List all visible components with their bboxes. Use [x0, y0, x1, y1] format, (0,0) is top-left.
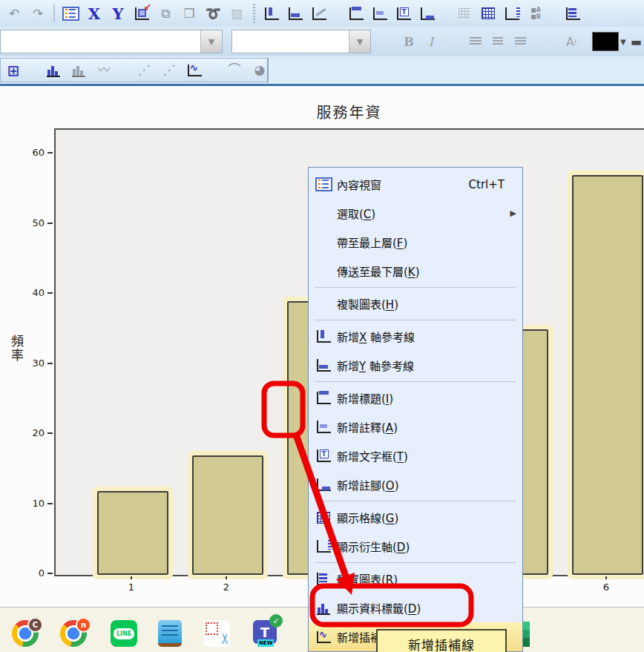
undo-icon: ↶	[9, 7, 19, 20]
chevron-down-icon[interactable]: ▼	[200, 30, 222, 53]
menu-item-label: 新增標題(I)	[337, 390, 518, 406]
menu-item-properties-window-icon[interactable]	[315, 176, 332, 194]
menu-item-show-data-labels[interactable]: 顯示資料標籤(D)	[309, 593, 522, 622]
pie-element-icon[interactable]: ◕	[250, 61, 269, 80]
chevron-down-icon[interactable]: ▼	[349, 30, 370, 53]
pan-zoom-icon[interactable]: ⊞	[4, 61, 23, 80]
errorbar-element-icon	[72, 64, 85, 77]
add-title-icon[interactable]	[346, 4, 366, 23]
menu-item-select[interactable]: 選取(C)▶	[309, 199, 522, 228]
add-ref-line-equation-icon	[312, 7, 326, 20]
align-right-button[interactable]	[509, 31, 531, 52]
menu-item-add-annotation[interactable]: 新增註釋(A)	[309, 412, 522, 441]
align-left-button[interactable]	[464, 31, 487, 52]
border-style-partial-icon[interactable]: ▬	[631, 35, 642, 49]
menu-item-label: 顯示資料標籤(D)	[337, 600, 518, 616]
add-annotation-icon[interactable]	[370, 4, 390, 23]
x-tick-label: 6	[591, 582, 621, 593]
menu-item-send-to-back[interactable]: 傳送至最下層(K)	[309, 257, 522, 286]
font-size-value	[232, 30, 349, 53]
errorbar-element-icon[interactable]	[69, 61, 88, 80]
font-family-combo[interactable]: ▼	[0, 30, 223, 53]
teams-status-check-icon: ✓	[269, 614, 283, 628]
taskbar-teams-app[interactable]: T✓NEW	[253, 620, 281, 648]
menu-item-show-derived-axis-icon[interactable]	[315, 538, 332, 556]
properties-window-icon[interactable]	[61, 4, 80, 23]
taskbar-line-app[interactable]: LINE	[111, 620, 139, 648]
menu-item-show-gridlines-icon	[315, 509, 337, 527]
menu-item-add-textbox-icon[interactable]	[315, 447, 332, 465]
font-size-combo[interactable]: ▼	[231, 30, 371, 53]
menu-item-add-y-ref-line-icon[interactable]	[315, 357, 332, 375]
insert-graph-image-icon[interactable]: ▨	[227, 4, 246, 23]
distribution-curve-icon[interactable]: ⌒	[225, 61, 244, 80]
fit-line-total-icon: ⋰	[163, 64, 176, 76]
menu-item-properties-window[interactable]: 內容視窗Ctrl+T	[309, 170, 522, 199]
derived-axis-icon[interactable]	[502, 4, 522, 23]
menu-item-add-annotation-icon[interactable]	[315, 418, 332, 436]
italic-button[interactable]: I	[420, 31, 442, 52]
menu-item-label: 新增Y 軸參考線	[337, 358, 518, 373]
grid-points-icon[interactable]	[455, 4, 474, 23]
menu-item-add-textbox[interactable]: 新增文字框(T)	[309, 441, 522, 470]
add-footnote-icon[interactable]	[418, 4, 437, 23]
menu-item-label: 帶至最上層(F)	[337, 234, 518, 250]
menu-item-add-x-ref-line-icon	[317, 330, 331, 343]
line-element-icon[interactable]: 〰	[94, 61, 114, 80]
chart-title[interactable]: 服務年資	[54, 101, 644, 122]
taskbar-chrome-profile-n[interactable]: n	[60, 620, 88, 648]
category-labels-icon[interactable]: ■A ■B	[526, 4, 545, 23]
menu-item-copy-chart[interactable]: 複製圖表(H)	[309, 289, 522, 318]
add-textbox-icon[interactable]	[394, 4, 413, 23]
align-center-button[interactable]	[487, 31, 509, 52]
add-x-ref-line-icon[interactable]	[262, 4, 281, 23]
menu-item-add-y-ref-line[interactable]: 新增Y 軸參考線	[309, 351, 522, 380]
menu-item-add-interpolation-line-icon[interactable]	[315, 628, 332, 646]
x-axis-variable-icon[interactable]: X	[85, 4, 104, 23]
transpose-chart-icon[interactable]	[563, 4, 582, 23]
taskbar-notepad-app[interactable]	[158, 620, 186, 648]
select-point-icon[interactable]	[132, 4, 151, 23]
menu-item-add-footnote-icon[interactable]	[315, 476, 332, 494]
show-gridlines-icon[interactable]	[479, 4, 498, 23]
fit-line-total-icon[interactable]: ⋰	[160, 61, 179, 80]
chevron-down-icon[interactable]: ▼	[620, 38, 626, 46]
fit-line-element-icon[interactable]: ⋰	[134, 61, 154, 80]
bar-category-2[interactable]	[192, 455, 263, 575]
menu-item-show-gridlines[interactable]: 顯示格線(G)	[309, 503, 522, 532]
taskbar-chrome-profile-c[interactable]: C	[12, 620, 40, 648]
menu-item-add-x-ref-line-icon[interactable]	[315, 328, 332, 346]
add-ref-line-equation-icon[interactable]	[309, 4, 329, 23]
add-y-ref-line-icon[interactable]	[286, 4, 305, 23]
bar-category-6[interactable]	[572, 175, 643, 575]
menu-item-bring-to-front[interactable]: 帶至最上層(F)	[309, 228, 522, 257]
add-title-icon	[349, 7, 364, 20]
menu-item-add-footnote[interactable]: 新增註腳(O)	[309, 470, 522, 499]
menu-item-show-derived-axis[interactable]: 顯示衍生軸(D)	[309, 532, 522, 561]
bar-element-icon	[47, 64, 60, 77]
menu-item-show-data-labels-icon[interactable]	[315, 599, 332, 617]
bar-element-icon[interactable]	[44, 61, 63, 80]
resize-object-icon[interactable]: ⧉	[156, 4, 175, 23]
redo-icon[interactable]: ↷	[28, 4, 47, 23]
y-tick-mark	[47, 432, 53, 434]
undo-icon[interactable]: ↶	[4, 4, 24, 23]
fill-color-swatch[interactable]	[592, 32, 619, 51]
text-color-button[interactable]: A⊦	[561, 31, 583, 52]
taskbar-snipping-tool[interactable]	[203, 620, 231, 648]
lasso-select-icon[interactable]: ➰	[203, 4, 223, 23]
menu-item-label: 轉置圖表(R)	[337, 571, 518, 587]
menu-item-transpose-chart[interactable]: 轉置圖表(R)	[309, 564, 522, 593]
pivot-3d-icon: ❒	[183, 7, 194, 20]
pivot-3d-icon[interactable]: ❒	[180, 4, 199, 23]
menu-item-add-x-ref-line[interactable]: 新增X 軸參考線	[309, 322, 522, 351]
menu-item-add-title[interactable]: 新增標題(I)	[309, 383, 522, 412]
bar-category-1[interactable]	[97, 491, 168, 575]
menu-item-transpose-chart-icon[interactable]	[315, 570, 332, 588]
y-axis-variable-icon[interactable]: Y	[108, 4, 128, 23]
menu-item-add-title-icon[interactable]	[315, 389, 332, 407]
bold-button[interactable]: B	[398, 31, 420, 52]
interpolation-line-icon[interactable]	[185, 61, 204, 80]
menu-item-show-gridlines-icon[interactable]	[315, 509, 332, 527]
menu-item-properties-window-icon	[315, 176, 337, 194]
